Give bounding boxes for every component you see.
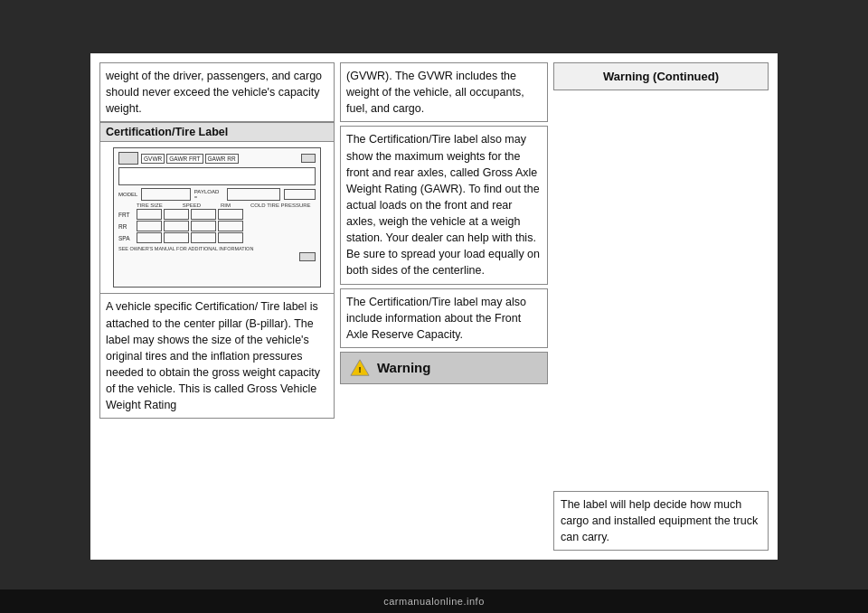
gawr-desc-text: The Certification/Tire label also may sh… bbox=[346, 133, 540, 277]
frt-cell4 bbox=[218, 209, 243, 220]
intro-text: weight of the driver, passengers, and ca… bbox=[106, 70, 322, 115]
rr-cell3 bbox=[191, 221, 216, 231]
right-footer-text: The label will help decide how much carg… bbox=[561, 498, 758, 543]
spa-label: SPA bbox=[118, 235, 135, 241]
cold-tire-label: COLD TIRE PRESSURE bbox=[250, 203, 311, 208]
warning-triangle-icon: ! bbox=[350, 358, 370, 378]
col-mid: (GVWR). The GVWR includes the weight of … bbox=[340, 62, 548, 551]
cert-model-row: MODEL PAYLOAD = bbox=[118, 188, 316, 201]
spa-cell2 bbox=[164, 232, 189, 243]
cert-small-field1 bbox=[284, 189, 316, 200]
rr-cell2 bbox=[164, 221, 189, 231]
warning-banner: ! Warning bbox=[340, 352, 548, 384]
cert-label-diagram-box: GVWR GAWR FRT GAWR RR MODEL PAYLOAD = bbox=[99, 142, 335, 294]
tire-size-label: TIRE SIZE bbox=[137, 203, 163, 208]
right-spacer bbox=[553, 96, 769, 486]
gvwr-desc-block: (GVWR). The GVWR includes the weight of … bbox=[340, 62, 548, 122]
cert-big-field bbox=[118, 167, 316, 185]
frt-cell1 bbox=[137, 209, 162, 220]
cert-rr-row: RR bbox=[118, 221, 316, 231]
spa-cell1 bbox=[137, 232, 162, 243]
bottom-bar-text: carmanualonline.info bbox=[383, 596, 485, 607]
spa-cell4 bbox=[218, 232, 243, 243]
frt-cell2 bbox=[164, 209, 189, 220]
intro-text-block: weight of the driver, passengers, and ca… bbox=[99, 62, 335, 122]
cert-footer-text: SEE OWNER'S MANUAL FOR ADDITIONAL INFORM… bbox=[118, 246, 316, 251]
right-header-box: Warning (Continued) bbox=[553, 62, 769, 90]
cert-spa-row: SPA bbox=[118, 232, 316, 243]
frt-label: FRT bbox=[118, 212, 135, 218]
cert-payload-field bbox=[227, 188, 280, 201]
right-footer-text-box: The label will help decide how much carg… bbox=[553, 491, 769, 551]
gawr-desc-block: The Certification/Tire label also may sh… bbox=[340, 126, 548, 284]
cert-label-header: Certification/Tire Label bbox=[99, 122, 335, 142]
front-axle-block: The Certification/Tire label may also in… bbox=[340, 288, 548, 348]
col-right: Warning (Continued) The label will help … bbox=[553, 62, 769, 551]
payload-label: PAYLOAD = bbox=[194, 189, 223, 200]
rr-label: RR bbox=[118, 223, 135, 230]
page-container: weight of the driver, passengers, and ca… bbox=[90, 53, 778, 560]
frt-cell3 bbox=[191, 209, 216, 220]
gawr-rr-label: GAWR RR bbox=[205, 154, 239, 164]
cert-model-field bbox=[141, 188, 190, 201]
rim-label: RIM bbox=[221, 203, 231, 208]
svg-text:!: ! bbox=[358, 364, 361, 373]
speed-label: SPEED bbox=[183, 203, 201, 208]
right-header-text: Warning (Continued) bbox=[603, 70, 719, 83]
cert-body-text: A vehicle specific Certification/ Tire l… bbox=[99, 294, 335, 419]
gawr-frt-label: GAWR FRT bbox=[166, 154, 203, 164]
col-left: weight of the driver, passengers, and ca… bbox=[99, 62, 335, 551]
rr-cell4 bbox=[218, 221, 243, 231]
gvwr-label: GVWR bbox=[141, 154, 165, 164]
spa-cell3 bbox=[191, 232, 216, 243]
model-label: MODEL bbox=[118, 192, 137, 197]
gvwr-desc-text: (GVWR). The GVWR includes the weight of … bbox=[346, 70, 524, 115]
cert-tire-header: TIRE SIZE SPEED RIM COLD TIRE PRESSURE bbox=[118, 203, 316, 208]
bottom-bar: carmanualonline.info bbox=[0, 589, 868, 613]
cert-diagram: GVWR GAWR FRT GAWR RR MODEL PAYLOAD = bbox=[113, 147, 321, 288]
cert-frt-row: FRT bbox=[118, 209, 316, 220]
rr-cell1 bbox=[137, 221, 162, 231]
warning-label: Warning bbox=[377, 360, 430, 375]
front-axle-text: The Certification/Tire label may also in… bbox=[346, 296, 526, 341]
